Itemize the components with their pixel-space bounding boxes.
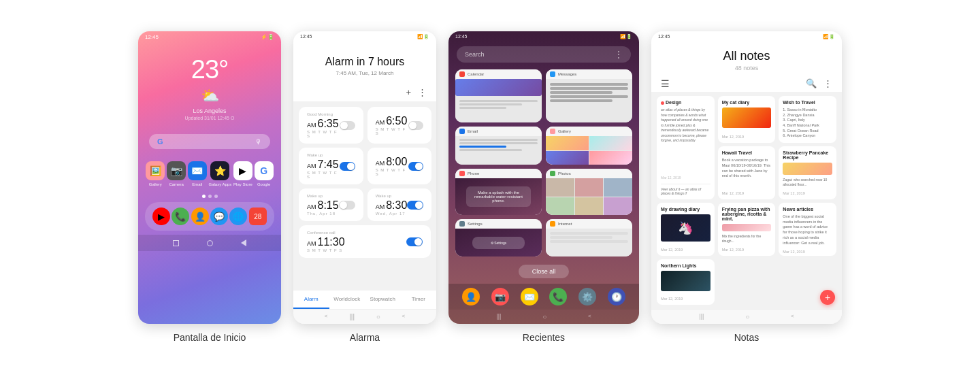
alarm-more-btn[interactable]: ⋮ [418,87,427,97]
alarm-toggle-635[interactable] [340,121,355,130]
alarm-time-635: AM6:35 [307,118,340,130]
recents-nav-recents[interactable]: ||| [496,313,501,320]
recent-card-calendar[interactable]: Calendar [455,69,542,122]
notes-search-icon[interactable]: 🔍 [806,78,817,89]
dock-messages[interactable]: 💬 [210,208,228,225]
notes-fab-button[interactable]: + [820,290,835,305]
recents-dock-email[interactable]: ✉️ [521,288,538,305]
notes-nav-recents[interactable]: ||| [699,313,704,320]
recents-search-text: Search [465,51,485,58]
note-news[interactable]: News articles One of the biggest social … [779,203,836,256]
notes-nav-home[interactable]: ○ [745,313,749,320]
notes-menu-icon[interactable]: ☰ [661,78,670,89]
nav-home-btn[interactable] [205,238,214,248]
note-northern[interactable]: Northern Lights Mar 12, 2019 [657,259,715,305]
tab-stopwatch[interactable]: Stopwatch [365,296,401,309]
recents-search-bar[interactable]: Search ⋮ [457,46,631,63]
recents-nav-home[interactable]: ○ [542,313,546,320]
nav-recents-btn[interactable] [171,238,180,248]
nav-back-btn[interactable] [239,238,248,248]
alarm-toggle-1130[interactable] [406,237,423,246]
notes-nav-back[interactable]: < [791,313,794,320]
recent-card-messages[interactable]: Messages [546,69,632,122]
recents-screen-wrapper: 12:45 📶🔋 Search ⋮ Calendar [448,31,639,343]
note-news-date: Mar 12, 2019 [783,247,832,254]
note-design-text: an atlas of places & things by how compa… [661,107,710,144]
alarm-toggle-745[interactable] [340,162,355,171]
playstore-icon: ▶ [233,161,252,180]
note-cat-image [722,107,772,128]
home-weather-icon: ⛅ [201,87,219,105]
recents-dock-settings[interactable]: ⚙️ [578,288,596,305]
alarm-item-650[interactable]: AM6:50 S M T W T F S [368,107,432,144]
notes-time: 12:45 [658,34,670,39]
dock-youtube[interactable]: ▶ [152,208,170,225]
alarm-days-815: Thu, Apr 18 [307,212,339,216]
note-hawaii[interactable]: Hawaii Travel Book a vacation package to… [718,146,776,199]
note-pizza[interactable]: Frying pan pizza with aubergine, ricotta… [718,203,776,256]
alarm-toggle-830[interactable] [407,201,423,210]
recents-dock-camera[interactable]: 📷 [491,288,509,305]
app-galaxy[interactable]: ⭐ Galaxy Apps [209,161,232,186]
recent-card-browser[interactable]: Internet [546,219,632,256]
note-pizza-date: Mar 12, 2019 [722,245,772,252]
note-design[interactable]: Design an atlas of places & things by ho… [657,96,715,199]
recent-card-photos[interactable]: Photos [546,169,632,215]
recents-more-icon[interactable]: ⋮ [615,50,623,59]
home-dock: ▶ 📞 👤 💬 🌐 28 [145,202,274,231]
tab-worldclock[interactable]: Worldclock [329,296,365,309]
app-camera[interactable]: 📷 Camera [167,161,186,186]
recents-dock-contacts[interactable]: 👤 [462,288,480,305]
note-pizza-title: Frying pan pizza with aubergine, ricotta… [722,207,772,221]
alarm-add-btn[interactable]: + [406,87,411,97]
alarm-item-815[interactable]: Make up AM8:15 Thu, Apr 18 [299,188,363,221]
tab-timer[interactable]: Timer [401,296,437,309]
app-gallery[interactable]: 🖼️ Gallery [146,161,165,186]
alarm-nav-recents[interactable]: ||| [349,313,355,320]
google-g-icon: G [157,137,163,146]
app-google[interactable]: G Google [255,161,274,186]
recents-status-bar: 12:45 📶🔋 [448,31,639,42]
home-search-bar[interactable]: G 🎙 [149,134,270,149]
notes-nav-bar: ||| ○ < [651,309,842,324]
close-all-button[interactable]: Close all [519,265,570,278]
note-cat-diary[interactable]: My cat diary Mar 12, 2019 [718,96,776,143]
notes-toolbar-right: 🔍 ⋮ [806,78,832,89]
alarm-toggle-815[interactable] [339,201,355,210]
dock-internet[interactable]: 🌐 [229,208,247,225]
recent-card-phone[interactable]: Phone Make a splash with the remarkable … [455,169,542,215]
alarm-nav-back[interactable]: < [402,313,405,320]
note-travel[interactable]: Wish to Travel 1. Sasso in Montalto2. Zh… [779,96,836,143]
phone-app-icon-recent [459,171,465,176]
alarm-item-800[interactable]: AM8:00 S M T W T F S [368,148,432,184]
notes-more-icon[interactable]: ⋮ [823,78,832,89]
alarm-item-1130[interactable]: Conference call AM11:30 S M T W T F S [299,225,431,258]
alarm-item-830[interactable]: Wake up AM8:30 Wed, Apr 17 [368,188,432,221]
note-pancake[interactable]: Strawberry Pancake Recipe Zagat: who sea… [779,146,836,199]
app-playstore[interactable]: ▶ Play Store [233,161,252,186]
dock-contacts[interactable]: 👤 [191,208,209,225]
notes-status-bar: 12:45 📶🔋 [651,31,842,42]
recent-card-photos-content [546,178,632,215]
note-news-text: One of the biggest social media influenc… [783,214,832,246]
dock-phone[interactable]: 📞 [172,208,189,225]
tab-alarm[interactable]: Alarm [293,296,329,309]
recents-dock-clock[interactable]: 🕐 [608,288,625,305]
note-pancake-image [783,163,832,175]
recents-dock-phone[interactable]: 📞 [549,288,567,305]
alarm-toggle-650[interactable] [408,121,423,130]
home-nav-bar [138,235,281,251]
recent-card-gallery[interactable]: Gallery [546,127,632,165]
recent-card-settings[interactable]: Settings ⚙ Settings [455,219,542,256]
page-dot-1 [202,195,206,198]
alarm-item-745[interactable]: Wake up AM7:45 S M T W T F S [299,148,363,184]
recent-card-email[interactable]: Email [455,127,542,165]
alarm-item-635[interactable]: Good Morning AM6:35 S M T W T F S [299,107,363,144]
app-email[interactable]: ✉️ Email [188,161,207,186]
alarm-nav-home[interactable]: ○ [376,313,380,320]
recents-nav-back[interactable]: < [588,313,591,320]
alarm-toggle-800[interactable] [408,162,423,171]
dock-calendar[interactable]: 28 [249,208,267,225]
note-drawing[interactable]: My drawing diary 🦄 Mar 12, 2019 [657,203,715,256]
home-screen: 12:45 ⚡🔋 23° ⛅ Los Angeles Updated 31/01… [138,31,281,324]
